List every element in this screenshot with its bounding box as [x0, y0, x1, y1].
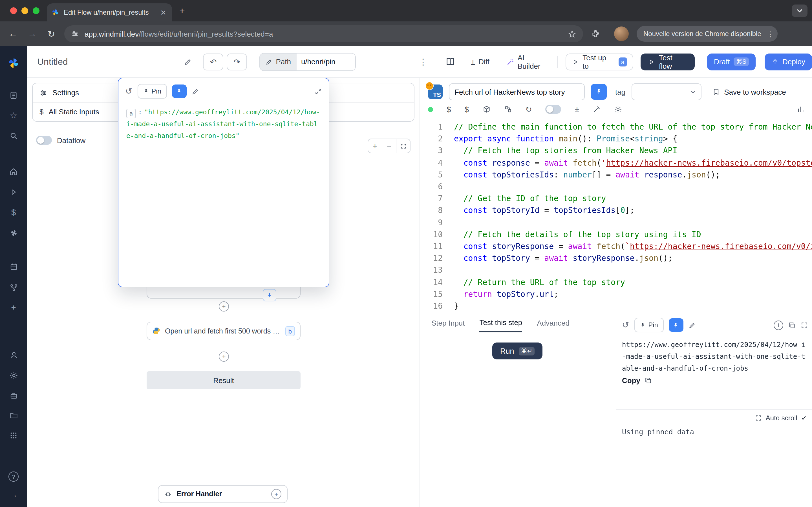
ai-assistant-wand-icon[interactable] — [593, 105, 601, 113]
zoom-in-button[interactable]: + — [368, 139, 382, 153]
expand-sidebar-icon[interactable]: → — [0, 489, 27, 500]
minimize-window-button[interactable] — [21, 7, 28, 14]
tab-advanced[interactable]: Advanced — [537, 313, 569, 332]
history-icon[interactable]: ↺ — [622, 320, 629, 330]
add-variable-icon[interactable]: $ — [447, 105, 451, 114]
settings-gear-icon[interactable] — [0, 370, 27, 381]
new-tab-button[interactable]: + — [179, 6, 185, 17]
search-icon[interactable] — [0, 130, 27, 142]
tab-close-icon[interactable]: ✕ — [159, 8, 167, 17]
path-segment[interactable]: Path — [260, 53, 297, 70]
result-value[interactable]: https://www.geoffreylitt.com/2025/04/12/… — [622, 339, 809, 375]
home-icon[interactable] — [0, 166, 27, 177]
docs-book-icon[interactable] — [446, 57, 455, 66]
insert-step-button[interactable]: + — [219, 301, 229, 312]
run-button[interactable]: Run ⌘↵ — [492, 342, 543, 359]
dataflow-toggle[interactable] — [36, 136, 52, 145]
close-window-button[interactable] — [10, 7, 17, 14]
editor-mode-toggle[interactable] — [546, 105, 561, 114]
add-icon[interactable]: + — [0, 301, 27, 313]
path-control[interactable]: Path — [259, 53, 356, 71]
step-a-pin-indicator[interactable] — [263, 289, 276, 301]
bookmark-icon — [712, 88, 720, 96]
site-info-icon[interactable] — [71, 30, 79, 38]
tab-search-button[interactable] — [792, 4, 808, 17]
pin-button[interactable]: Pin — [137, 84, 167, 99]
resources-icon[interactable] — [0, 227, 27, 238]
edit-pin-pencil-icon[interactable] — [192, 88, 199, 95]
chrome-update-chip[interactable]: Nouvelle version de Chrome disponible ⋮ — [637, 26, 777, 42]
step-b-node[interactable]: Open url and fetch first 500 words of ..… — [147, 322, 301, 340]
add-error-handler-button[interactable]: + — [271, 489, 282, 499]
dependencies-icon[interactable] — [504, 105, 512, 113]
workers-toolbox-icon[interactable] — [0, 390, 27, 401]
redo-button[interactable]: ↷ — [227, 53, 247, 70]
tab-test-this-step[interactable]: Test this step — [479, 313, 522, 332]
pin-active-button[interactable] — [172, 84, 187, 98]
draft-button[interactable]: Draft ⌘S — [707, 53, 755, 70]
path-input[interactable] — [297, 53, 355, 70]
apps-grid-icon[interactable] — [0, 430, 27, 441]
url-bar[interactable]: app.windmill.dev/flows/edit/u/henri/pin_… — [64, 25, 583, 42]
ai-builder-button[interactable]: AI Builder — [506, 53, 550, 70]
extensions-icon[interactable] — [591, 29, 600, 38]
package-icon[interactable] — [483, 105, 490, 113]
test-flow-button[interactable]: Test flow — [641, 53, 695, 70]
library-panel-icon[interactable] — [797, 105, 805, 113]
test-flow-label: Test flow — [659, 53, 688, 70]
copy-result-icon[interactable] — [788, 321, 796, 329]
tag-select[interactable] — [631, 83, 702, 100]
folders-icon[interactable] — [0, 409, 27, 421]
maximize-window-button[interactable] — [33, 7, 40, 14]
pin-active-button[interactable] — [591, 84, 607, 100]
step-summary-input[interactable] — [449, 83, 585, 100]
history-icon[interactable]: ↺ — [125, 86, 132, 96]
insert-step-button[interactable]: + — [219, 351, 229, 362]
browser-tab[interactable]: Edit Flow u/henri/pin_results ✕ — [47, 3, 172, 21]
runs-play-icon[interactable] — [0, 186, 27, 198]
edit-pin-pencil-icon[interactable] — [689, 321, 696, 329]
bookmark-star-icon[interactable] — [568, 30, 576, 38]
test-up-to-button[interactable]: Test up to a — [566, 53, 633, 70]
diff-icon[interactable]: ± — [575, 105, 579, 114]
pin-button[interactable]: Pin — [634, 318, 664, 332]
expand-popup-icon[interactable] — [315, 88, 322, 95]
more-options-icon[interactable]: ⋮ — [419, 57, 427, 67]
panel-divider — [616, 313, 616, 507]
add-resource-icon[interactable]: $ — [465, 105, 469, 114]
result-node[interactable]: Result — [147, 371, 301, 389]
zoom-out-button[interactable]: − — [382, 139, 396, 153]
save-to-workspace-button[interactable]: Save to workspace — [712, 88, 786, 96]
variables-icon[interactable]: $ — [0, 206, 27, 217]
back-button[interactable]: ← — [3, 29, 22, 39]
windmill-logo[interactable] — [0, 57, 27, 69]
forward-button[interactable]: → — [22, 29, 42, 39]
editor-settings-gear-icon[interactable] — [614, 105, 622, 113]
pin-active-button[interactable] — [669, 318, 683, 332]
auto-scroll-control[interactable]: Auto scroll ✓ — [755, 414, 807, 422]
reload-button[interactable]: ↻ — [42, 29, 61, 39]
flows-branch-icon[interactable] — [0, 282, 27, 293]
expand-result-icon[interactable] — [801, 321, 808, 329]
profile-avatar[interactable] — [614, 26, 629, 41]
user-icon[interactable] — [0, 349, 27, 360]
reset-icon[interactable]: ↻ — [525, 105, 532, 114]
section-divider — [616, 409, 812, 409]
pin-icon — [596, 89, 602, 95]
zoom-fit-button[interactable] — [396, 139, 410, 153]
code-content[interactable]: // Define the main function to fetch the… — [449, 121, 812, 313]
code-editor[interactable]: 12345678910111213141516 // Define the ma… — [420, 121, 812, 313]
schedules-calendar-icon[interactable] — [0, 261, 27, 272]
error-handler-node[interactable]: Error Handler + — [158, 485, 288, 503]
chrome-menu-icon[interactable]: ⋮ — [767, 30, 774, 38]
deploy-button[interactable]: Deploy — [764, 53, 812, 70]
help-icon[interactable]: ? — [0, 471, 27, 482]
copy-button[interactable]: Copy — [622, 376, 652, 385]
runs-icon[interactable] — [0, 90, 27, 101]
favorites-star-icon[interactable]: ☆ — [0, 110, 27, 121]
diff-button[interactable]: ± Diff — [471, 57, 490, 66]
undo-button[interactable]: ↶ — [203, 53, 223, 70]
info-icon[interactable]: i — [774, 320, 783, 330]
edit-title-pencil-icon[interactable] — [184, 58, 192, 66]
tab-step-input[interactable]: Step Input — [432, 313, 465, 332]
